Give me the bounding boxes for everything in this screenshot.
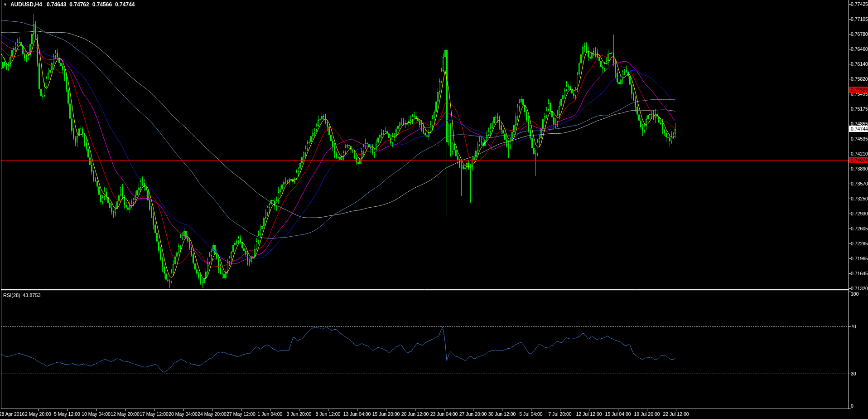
time-axis-label: 15 Jul 04:00	[605, 411, 631, 417]
time-axis-label: 17 May 12:00	[140, 411, 169, 417]
price-axis-label: 0.74535	[851, 136, 868, 142]
price-axis-label: 0.77425	[851, 1, 868, 7]
price-axis-label: 0.77105	[851, 16, 868, 22]
support-price-badge: 0.74074	[849, 157, 868, 163]
time-axis-label: 10 May 04:00	[82, 411, 111, 417]
rsi-value: 43.8753	[23, 292, 41, 298]
price-axis-label: 0.75175	[851, 106, 868, 112]
time-axis-label: 23 Jun 04:00	[430, 411, 458, 417]
resistance-price-badge: 0.75585	[849, 87, 868, 93]
time-axis-label: 5 May 12:00	[54, 411, 80, 417]
chart-canvas[interactable]	[0, 0, 868, 419]
time-axis-label: 12 May 20:00	[111, 411, 140, 417]
rsi-scale-label: 70	[851, 323, 856, 330]
time-axis-label: 5 Jul 04:00	[519, 411, 542, 417]
time-axis-label: 27 Jun 20:00	[459, 411, 487, 417]
price-axis-label: 0.76140	[851, 61, 868, 67]
time-axis-label: 19 Jul 20:00	[634, 411, 660, 417]
time-axis-label: 12 Jul 12:00	[576, 411, 602, 417]
symbol-dropdown-icon[interactable]: ▼	[3, 2, 7, 7]
time-axis-label: 2 May 20:00	[25, 411, 51, 417]
price-axis-label: 0.72605	[851, 225, 868, 232]
price-axis-label: 0.76780	[851, 31, 868, 37]
time-axis-label: 13 Jun 04:00	[343, 411, 371, 417]
time-axis-label: 7 Jul 20:00	[548, 411, 571, 417]
price-axis-label: 0.76460	[851, 46, 868, 52]
rsi-scale-label: 100	[851, 291, 859, 297]
price-axis-label: 0.73890	[851, 166, 868, 172]
time-axis-label: 30 Jun 12:00	[488, 411, 516, 417]
time-axis-label: 22 Jul 12:00	[663, 411, 689, 417]
bid-price-badge: 0.74744	[849, 126, 868, 132]
time-axis-label: 24 May 20:00	[198, 411, 227, 417]
time-axis-label: 15 Jun 20:00	[372, 411, 400, 417]
rsi-name: RSI(28)	[3, 292, 20, 298]
quote-open: 0.74643	[47, 1, 66, 8]
rsi-scale-label: 30	[851, 370, 856, 377]
time-axis-label: 8 Jun 12:00	[316, 411, 341, 417]
price-axis-label: 0.72285	[851, 240, 868, 247]
price-axis-label: 0.72930	[851, 210, 868, 217]
chart-title: ▼ AUDUSD,H4 0.74643 0.74762 0.74566 0.74…	[3, 1, 138, 8]
time-axis-label: 3 Jun 20:00	[287, 411, 312, 417]
quote-high: 0.74762	[69, 1, 89, 8]
rsi-scale-label: 0	[851, 403, 854, 409]
quote-close: 0.74744	[115, 1, 135, 8]
price-axis-label: 0.71965	[851, 255, 868, 262]
time-axis-label: 20 May 04:00	[169, 411, 198, 417]
symbol-timeframe: AUDUSD,H4	[10, 1, 42, 8]
quote-low: 0.74566	[92, 1, 112, 8]
time-axis[interactable]: 28 Apr 20162 May 20:005 May 12:0010 May …	[0, 409, 849, 419]
chart-window: ▼ AUDUSD,H4 0.74643 0.74762 0.74566 0.74…	[0, 0, 868, 419]
price-axis-label: 0.73570	[851, 180, 868, 187]
price-axis-label: 0.74210	[851, 151, 868, 157]
price-axis-label: 0.73250	[851, 195, 868, 202]
time-axis-label: 27 May 12:00	[227, 411, 256, 417]
price-axis[interactable]: 0.774250.771050.767800.764600.761400.758…	[849, 0, 868, 409]
time-axis-label: 1 Jun 04:00	[258, 411, 283, 417]
price-axis-label: 0.75820	[851, 76, 868, 82]
time-axis-label: 20 Jun 12:00	[401, 411, 429, 417]
price-axis-label: 0.71645	[851, 270, 868, 277]
rsi-indicator-label: RSI(28)43.8753	[3, 292, 41, 298]
time-axis-label: 28 Apr 2016	[0, 411, 24, 417]
